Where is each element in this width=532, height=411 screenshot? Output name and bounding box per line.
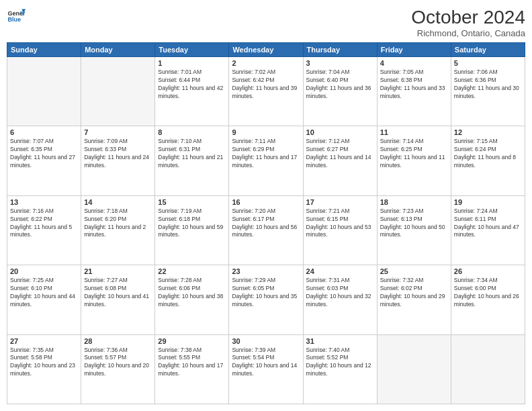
- page: General Blue October 2024 Richmond, Onta…: [0, 0, 532, 411]
- day-number: 19: [454, 198, 522, 206]
- day-info: Sunrise: 7:32 AM Sunset: 6:02 PM Dayligh…: [380, 277, 448, 309]
- day-info: Sunrise: 7:28 AM Sunset: 6:06 PM Dayligh…: [158, 277, 226, 309]
- calendar-cell: 30Sunrise: 7:39 AM Sunset: 5:54 PM Dayli…: [229, 334, 303, 404]
- weekday-header: Saturday: [451, 43, 525, 57]
- day-number: 29: [158, 337, 226, 345]
- calendar-cell: 8Sunrise: 7:10 AM Sunset: 6:31 PM Daylig…: [155, 126, 229, 195]
- calendar-cell: [81, 57, 155, 126]
- day-info: Sunrise: 7:05 AM Sunset: 6:38 PM Dayligh…: [380, 68, 448, 101]
- day-info: Sunrise: 7:15 AM Sunset: 6:24 PM Dayligh…: [454, 138, 522, 170]
- calendar-cell: 22Sunrise: 7:28 AM Sunset: 6:06 PM Dayli…: [155, 265, 229, 334]
- calendar-body: 1Sunrise: 7:01 AM Sunset: 6:44 PM Daylig…: [7, 57, 525, 404]
- day-number: 30: [232, 337, 300, 345]
- day-number: 17: [306, 198, 374, 206]
- day-info: Sunrise: 7:18 AM Sunset: 6:20 PM Dayligh…: [84, 208, 152, 240]
- calendar-cell: 28Sunrise: 7:36 AM Sunset: 5:57 PM Dayli…: [81, 334, 155, 404]
- calendar-cell: 12Sunrise: 7:15 AM Sunset: 6:24 PM Dayli…: [451, 126, 525, 195]
- day-number: 10: [306, 128, 374, 136]
- day-info: Sunrise: 7:29 AM Sunset: 6:05 PM Dayligh…: [232, 277, 300, 309]
- day-number: 21: [84, 267, 152, 275]
- calendar-cell: 25Sunrise: 7:32 AM Sunset: 6:02 PM Dayli…: [377, 265, 451, 334]
- calendar-cell: 21Sunrise: 7:27 AM Sunset: 6:08 PM Dayli…: [81, 265, 155, 334]
- day-number: 26: [454, 267, 522, 275]
- title-block: October 2024 Richmond, Ontario, Canada: [411, 7, 525, 38]
- day-number: 8: [158, 128, 226, 136]
- calendar-cell: 17Sunrise: 7:21 AM Sunset: 6:15 PM Dayli…: [303, 195, 377, 265]
- calendar-cell: 7Sunrise: 7:09 AM Sunset: 6:33 PM Daylig…: [81, 126, 155, 195]
- day-number: 11: [380, 128, 448, 136]
- day-number: 13: [10, 198, 78, 206]
- day-number: 3: [306, 59, 374, 67]
- day-number: 1: [158, 59, 226, 67]
- calendar-cell: 26Sunrise: 7:34 AM Sunset: 6:00 PM Dayli…: [451, 265, 525, 334]
- weekday-header: Monday: [81, 43, 155, 57]
- day-number: 23: [232, 267, 300, 275]
- logo: General Blue: [7, 7, 26, 26]
- day-info: Sunrise: 7:12 AM Sunset: 6:27 PM Dayligh…: [306, 138, 374, 170]
- calendar-cell: 4Sunrise: 7:05 AM Sunset: 6:38 PM Daylig…: [377, 57, 451, 126]
- day-info: Sunrise: 7:10 AM Sunset: 6:31 PM Dayligh…: [158, 138, 226, 170]
- day-info: Sunrise: 7:16 AM Sunset: 6:22 PM Dayligh…: [10, 208, 78, 240]
- day-info: Sunrise: 7:25 AM Sunset: 6:10 PM Dayligh…: [10, 277, 78, 309]
- calendar-header-row: SundayMondayTuesdayWednesdayThursdayFrid…: [7, 43, 525, 57]
- calendar-week-row: 20Sunrise: 7:25 AM Sunset: 6:10 PM Dayli…: [7, 265, 525, 334]
- day-info: Sunrise: 7:06 AM Sunset: 6:36 PM Dayligh…: [454, 68, 522, 101]
- day-number: 22: [158, 267, 226, 275]
- svg-text:Blue: Blue: [7, 16, 21, 23]
- location: Richmond, Ontario, Canada: [411, 28, 525, 38]
- calendar-cell: 5Sunrise: 7:06 AM Sunset: 6:36 PM Daylig…: [451, 57, 525, 126]
- day-info: Sunrise: 7:04 AM Sunset: 6:40 PM Dayligh…: [306, 68, 374, 101]
- day-info: Sunrise: 7:24 AM Sunset: 6:11 PM Dayligh…: [454, 208, 522, 240]
- day-info: Sunrise: 7:31 AM Sunset: 6:03 PM Dayligh…: [306, 277, 374, 309]
- day-number: 20: [10, 267, 78, 275]
- logo-icon: General Blue: [7, 7, 26, 26]
- calendar-cell: 14Sunrise: 7:18 AM Sunset: 6:20 PM Dayli…: [81, 195, 155, 265]
- calendar-cell: [451, 334, 525, 404]
- weekday-header: Wednesday: [229, 43, 303, 57]
- day-info: Sunrise: 7:34 AM Sunset: 6:00 PM Dayligh…: [454, 277, 522, 309]
- day-info: Sunrise: 7:14 AM Sunset: 6:25 PM Dayligh…: [380, 138, 448, 170]
- day-info: Sunrise: 7:27 AM Sunset: 6:08 PM Dayligh…: [84, 277, 152, 309]
- calendar-week-row: 13Sunrise: 7:16 AM Sunset: 6:22 PM Dayli…: [7, 195, 525, 265]
- day-info: Sunrise: 7:19 AM Sunset: 6:18 PM Dayligh…: [158, 208, 226, 240]
- weekday-header: Tuesday: [155, 43, 229, 57]
- calendar-cell: 6Sunrise: 7:07 AM Sunset: 6:35 PM Daylig…: [7, 126, 81, 195]
- day-info: Sunrise: 7:36 AM Sunset: 5:57 PM Dayligh…: [84, 347, 152, 379]
- day-number: 18: [380, 198, 448, 206]
- calendar-cell: 23Sunrise: 7:29 AM Sunset: 6:05 PM Dayli…: [229, 265, 303, 334]
- day-info: Sunrise: 7:09 AM Sunset: 6:33 PM Dayligh…: [84, 138, 152, 170]
- calendar-cell: 20Sunrise: 7:25 AM Sunset: 6:10 PM Dayli…: [7, 265, 81, 334]
- calendar-cell: 31Sunrise: 7:40 AM Sunset: 5:52 PM Dayli…: [303, 334, 377, 404]
- calendar-cell: 2Sunrise: 7:02 AM Sunset: 6:42 PM Daylig…: [229, 57, 303, 126]
- day-info: Sunrise: 7:21 AM Sunset: 6:15 PM Dayligh…: [306, 208, 374, 240]
- day-number: 25: [380, 267, 448, 275]
- calendar-cell: 29Sunrise: 7:38 AM Sunset: 5:55 PM Dayli…: [155, 334, 229, 404]
- calendar-table: SundayMondayTuesdayWednesdayThursdayFrid…: [7, 42, 525, 404]
- day-number: 12: [454, 128, 522, 136]
- day-number: 4: [380, 59, 448, 67]
- day-number: 6: [10, 128, 78, 136]
- day-info: Sunrise: 7:23 AM Sunset: 6:13 PM Dayligh…: [380, 208, 448, 240]
- calendar-cell: 10Sunrise: 7:12 AM Sunset: 6:27 PM Dayli…: [303, 126, 377, 195]
- calendar-cell: 13Sunrise: 7:16 AM Sunset: 6:22 PM Dayli…: [7, 195, 81, 265]
- day-number: 31: [306, 337, 374, 345]
- day-number: 28: [84, 337, 152, 345]
- day-number: 15: [158, 198, 226, 206]
- day-number: 2: [232, 59, 300, 67]
- header: General Blue October 2024 Richmond, Onta…: [7, 7, 525, 38]
- day-info: Sunrise: 7:38 AM Sunset: 5:55 PM Dayligh…: [158, 347, 226, 379]
- day-info: Sunrise: 7:39 AM Sunset: 5:54 PM Dayligh…: [232, 347, 300, 379]
- calendar-cell: [7, 57, 81, 126]
- day-number: 14: [84, 198, 152, 206]
- calendar-cell: 27Sunrise: 7:35 AM Sunset: 5:58 PM Dayli…: [7, 334, 81, 404]
- day-info: Sunrise: 7:07 AM Sunset: 6:35 PM Dayligh…: [10, 138, 78, 170]
- calendar-cell: 19Sunrise: 7:24 AM Sunset: 6:11 PM Dayli…: [451, 195, 525, 265]
- calendar-cell: 1Sunrise: 7:01 AM Sunset: 6:44 PM Daylig…: [155, 57, 229, 126]
- calendar-week-row: 1Sunrise: 7:01 AM Sunset: 6:44 PM Daylig…: [7, 57, 525, 126]
- day-info: Sunrise: 7:02 AM Sunset: 6:42 PM Dayligh…: [232, 68, 300, 101]
- day-number: 24: [306, 267, 374, 275]
- day-number: 27: [10, 337, 78, 345]
- weekday-header: Sunday: [7, 43, 81, 57]
- month-title: October 2024: [411, 7, 525, 28]
- weekday-header: Thursday: [303, 43, 377, 57]
